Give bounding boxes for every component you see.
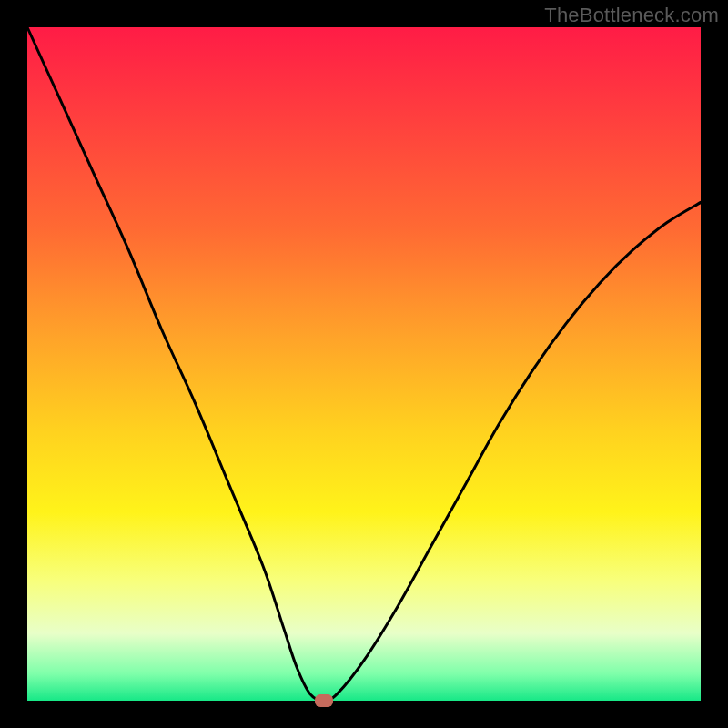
minimum-marker [315,694,333,707]
bottleneck-curve [27,27,701,701]
plot-area [27,27,701,701]
watermark-text: TheBottleneck.com [544,4,719,27]
chart-frame: TheBottleneck.com [0,0,728,728]
